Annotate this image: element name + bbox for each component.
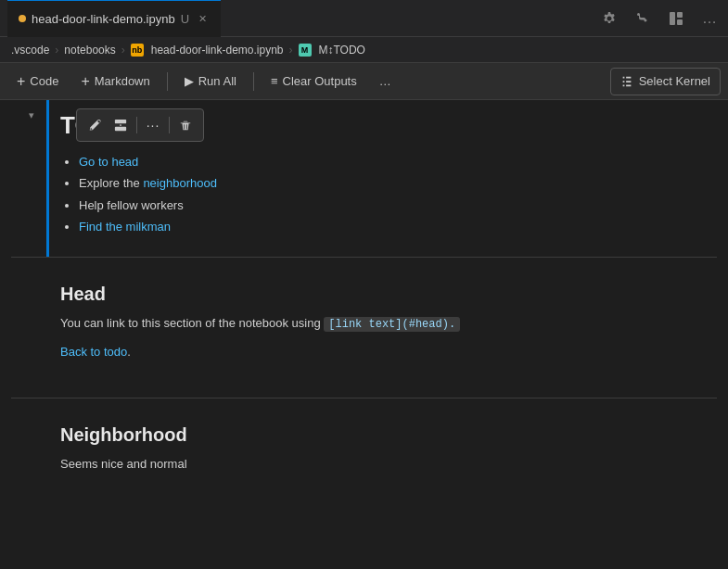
cell-delete-button[interactable] (173, 113, 198, 137)
more-actions-icon[interactable]: … (698, 7, 721, 30)
cell-content-head: Head You can link to this section of the… (46, 258, 728, 398)
add-markdown-plus-icon: + (81, 73, 89, 90)
head-heading: Head (60, 284, 717, 305)
cell-toolbar-sep2 (169, 117, 170, 133)
cell-gutter-neighborhood (0, 398, 46, 510)
run-all-button[interactable]: ▶ Run All (175, 68, 246, 95)
neighborhood-cell: Neighborhood Seems nice and normal (0, 398, 728, 510)
breadcrumb-notebooks[interactable]: notebooks (64, 44, 115, 57)
titlebar-icons: … (598, 7, 721, 30)
markdown-section-icon: M (299, 44, 312, 57)
cell-toolbar-sep (136, 117, 137, 133)
active-tab[interactable]: head-door-link-demo.ipynb U ✕ (7, 0, 221, 37)
list-item: Find the milkman (79, 216, 717, 237)
help-text: Help fellow workers (79, 198, 184, 212)
cell-gutter-head (0, 258, 46, 398)
clear-outputs-button[interactable]: ≡ Clear Outputs (262, 68, 366, 95)
cell-more-icon: ··· (147, 118, 160, 133)
back-link-suffix: . (127, 345, 131, 359)
head-cell: Head You can link to this section of the… (0, 258, 728, 398)
breadcrumb-vscode[interactable]: .vscode (11, 44, 49, 57)
todo-list: Go to head Explore the neighborhood Help… (60, 151, 717, 238)
run-all-label: Run All (198, 74, 236, 88)
list-item: Go to head (79, 151, 717, 172)
breadcrumb-sep1: › (55, 44, 58, 57)
run-all-icon: ▶ (185, 74, 194, 88)
select-kernel-label: Select Kernel (639, 74, 710, 88)
notebook-file-icon: nb (131, 44, 144, 57)
notebook-content: ▾ TODO Go to head Explore the neighborho… (0, 100, 728, 569)
cell-edit-button[interactable] (83, 113, 107, 137)
clear-outputs-label: Clear Outputs (283, 74, 357, 88)
list-item: Explore the neighborhood (79, 172, 717, 194)
source-control-icon[interactable] (632, 7, 654, 30)
breadcrumb: .vscode › notebooks › nb head-door-link-… (0, 37, 728, 63)
add-markdown-button[interactable]: + Markdown (71, 68, 159, 95)
svg-rect-2 (677, 19, 683, 25)
cell-content-neighborhood: Neighborhood Seems nice and normal (46, 398, 728, 510)
neighborhood-section: Neighborhood Seems nice and normal (60, 406, 717, 491)
add-code-button[interactable]: + Code (7, 68, 68, 95)
layout-icon[interactable] (665, 7, 687, 30)
add-markdown-label: Markdown (95, 74, 150, 88)
tab-close-button[interactable]: ✕ (195, 11, 210, 26)
cell-toolbar-popup: ··· (76, 108, 204, 142)
head-code-inline: [link text](#head). (324, 317, 460, 332)
cell-collapse-button[interactable]: ▾ (24, 107, 39, 122)
go-to-head-link[interactable]: Go to head (79, 155, 138, 169)
kernel-icon (620, 75, 633, 88)
head-paragraph: You can link to this section of the note… (60, 314, 717, 334)
clear-outputs-icon: ≡ (271, 74, 278, 88)
neighborhood-link[interactable]: neighborhood (143, 176, 217, 190)
neighborhood-heading: Neighborhood (60, 424, 717, 446)
toolbar: + Code + Markdown ▶ Run All ≡ Clear Outp… (0, 63, 728, 100)
cell-split-button[interactable] (109, 113, 133, 137)
svg-rect-3 (115, 120, 126, 123)
settings-icon[interactable] (598, 7, 620, 30)
breadcrumb-sep3: › (289, 44, 293, 57)
tab-filename: head-door-link-demo.ipynb (32, 12, 175, 26)
toolbar-divider-2 (253, 72, 254, 91)
breadcrumb-sep2: › (121, 44, 125, 57)
toolbar-divider-1 (167, 72, 168, 91)
neighborhood-paragraph: Seems nice and normal (60, 455, 717, 474)
back-to-todo-link[interactable]: Back to todo (60, 345, 127, 359)
svg-rect-0 (670, 12, 675, 25)
select-kernel-button[interactable]: Select Kernel (610, 68, 721, 95)
svg-rect-1 (677, 12, 683, 18)
svg-rect-4 (115, 127, 126, 131)
tab-unsaved-marker: U (181, 12, 189, 26)
explore-text: Explore the (79, 176, 143, 190)
breadcrumb-filename[interactable]: head-door-link-demo.ipynb (151, 44, 284, 57)
head-section: Head You can link to this section of the… (60, 265, 717, 379)
list-item: Help fellow workers (79, 195, 717, 216)
more-toolbar-button[interactable]: … (370, 68, 401, 95)
add-code-plus-icon: + (17, 73, 25, 90)
breadcrumb-section: M↕TODO (319, 44, 365, 57)
find-milkman-link[interactable]: Find the milkman (79, 220, 171, 234)
back-to-todo-paragraph: Back to todo. (60, 343, 717, 362)
titlebar: head-door-link-demo.ipynb U ✕ … (0, 0, 728, 37)
head-paragraph-text: You can link to this section of the note… (60, 316, 324, 330)
tab-modified-indicator (19, 15, 26, 22)
cell-more-button[interactable]: ··· (141, 113, 165, 137)
add-code-label: Code (30, 74, 58, 88)
more-toolbar-icon: … (379, 74, 391, 88)
cell-gutter-todo: ▾ (0, 100, 46, 257)
